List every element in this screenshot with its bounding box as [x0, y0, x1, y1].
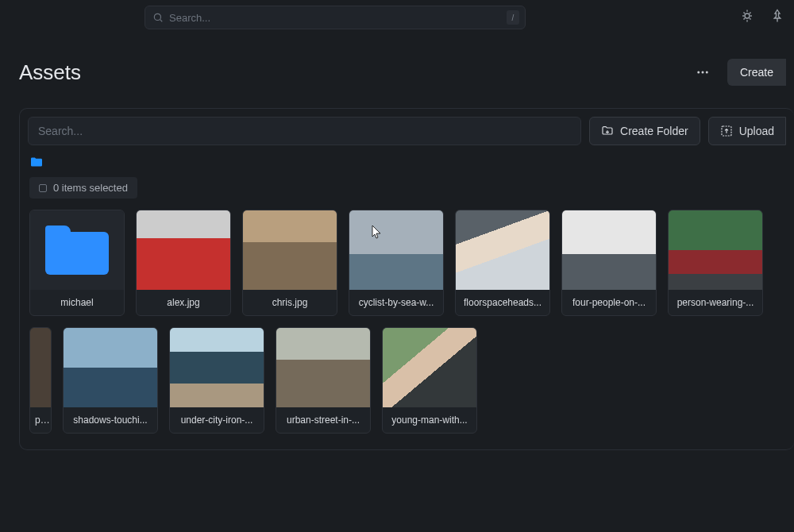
asset-thumbnail: [562, 210, 656, 290]
asset-image[interactable]: under-city-iron-...: [169, 327, 264, 434]
asset-thumbnail: [276, 328, 370, 407]
asset-thumbnail: [243, 210, 337, 290]
assets-grid: michaelalex.jpgchris.jpgcyclist-by-sea-w…: [20, 210, 794, 449]
asset-name-label: urban-street-in-...: [276, 407, 370, 433]
search-shortcut-hint: /: [507, 10, 519, 25]
image-placeholder: [30, 328, 51, 407]
asset-thumbnail: [383, 328, 476, 407]
selection-checkbox-icon: [39, 184, 47, 192]
panel-search-input[interactable]: [28, 117, 581, 145]
svg-point-0: [154, 13, 160, 20]
page: Assets Create Create Folder Upload: [0, 35, 794, 450]
svg-point-2: [745, 13, 750, 18]
svg-line-9: [744, 18, 746, 20]
image-placeholder: [562, 210, 656, 290]
assets-panel: Create Folder Upload 0 items selected mi…: [19, 108, 794, 450]
asset-image[interactable]: person-wearing-...: [668, 210, 763, 316]
asset-name-label: chris.jpg: [243, 290, 337, 315]
page-title: Assets: [19, 60, 81, 85]
asset-image[interactable]: cyclist-by-sea-w...: [349, 210, 444, 316]
asset-name-label: person-wearing-...: [669, 290, 762, 315]
svg-line-10: [750, 13, 751, 14]
asset-name-label: michael: [30, 290, 124, 315]
asset-name-label: floorspaceheads...: [456, 290, 549, 315]
asset-name-label: young-man-with...: [383, 407, 476, 433]
bug-icon[interactable]: [740, 9, 754, 26]
asset-image[interactable]: chris.jpg: [242, 210, 337, 316]
global-search-wrap: /: [145, 6, 526, 29]
svg-line-7: [744, 13, 746, 14]
image-placeholder: [243, 210, 337, 290]
svg-line-8: [750, 18, 751, 20]
pin-icon[interactable]: [770, 9, 784, 26]
create-folder-button[interactable]: Create Folder: [589, 117, 700, 145]
asset-thumbnail: [30, 210, 124, 290]
image-placeholder: [383, 328, 476, 407]
asset-name-label: shadows-touchi...: [64, 407, 157, 433]
svg-point-12: [697, 71, 700, 74]
asset-thumbnail: [349, 210, 443, 290]
image-placeholder: [349, 210, 443, 290]
panel-toolbar: Create Folder Upload: [20, 109, 794, 145]
upload-button[interactable]: Upload: [708, 117, 786, 145]
create-button[interactable]: Create: [727, 59, 786, 86]
image-placeholder: [276, 328, 370, 407]
page-header: Assets Create: [19, 59, 794, 86]
svg-point-14: [706, 71, 708, 74]
asset-image[interactable]: alex.jpg: [136, 210, 231, 316]
breadcrumb-root-folder-icon[interactable]: [29, 156, 44, 168]
topbar-actions: [740, 9, 784, 26]
asset-name-label: cyclist-by-sea-w...: [349, 290, 443, 315]
asset-name-label: prof: [30, 407, 51, 433]
upload-label: Upload: [739, 125, 774, 137]
image-placeholder: [137, 210, 230, 290]
asset-thumbnail: [64, 328, 157, 407]
selection-status: 0 items selected: [29, 177, 137, 199]
top-bar: /: [0, 0, 794, 35]
asset-image[interactable]: shadows-touchi...: [63, 327, 158, 434]
create-folder-label: Create Folder: [620, 125, 688, 137]
folder-icon: [45, 226, 109, 275]
asset-name-label: alex.jpg: [137, 290, 230, 315]
asset-thumbnail: [456, 210, 549, 290]
asset-thumbnail: [30, 328, 51, 407]
breadcrumb: [20, 145, 794, 177]
image-placeholder: [456, 210, 549, 290]
svg-line-1: [160, 20, 163, 22]
asset-image[interactable]: young-man-with...: [382, 327, 477, 434]
image-placeholder: [170, 328, 264, 407]
search-icon: [152, 12, 164, 23]
asset-thumbnail: [137, 210, 230, 290]
asset-image[interactable]: urban-street-in-...: [276, 327, 371, 434]
svg-point-13: [701, 71, 703, 74]
asset-folder[interactable]: michael: [29, 210, 125, 316]
asset-image[interactable]: floorspaceheads...: [455, 210, 550, 316]
global-search-input[interactable]: [145, 6, 526, 29]
image-placeholder: [64, 328, 157, 407]
asset-image[interactable]: prof: [29, 327, 52, 434]
asset-image[interactable]: four-people-on-...: [561, 210, 657, 316]
asset-thumbnail: [170, 328, 264, 407]
asset-thumbnail: [669, 210, 762, 290]
image-placeholder: [669, 210, 762, 290]
selection-count-label: 0 items selected: [53, 182, 128, 194]
more-options-button[interactable]: [691, 60, 715, 84]
asset-name-label: four-people-on-...: [562, 290, 656, 315]
asset-name-label: under-city-iron-...: [170, 407, 264, 433]
